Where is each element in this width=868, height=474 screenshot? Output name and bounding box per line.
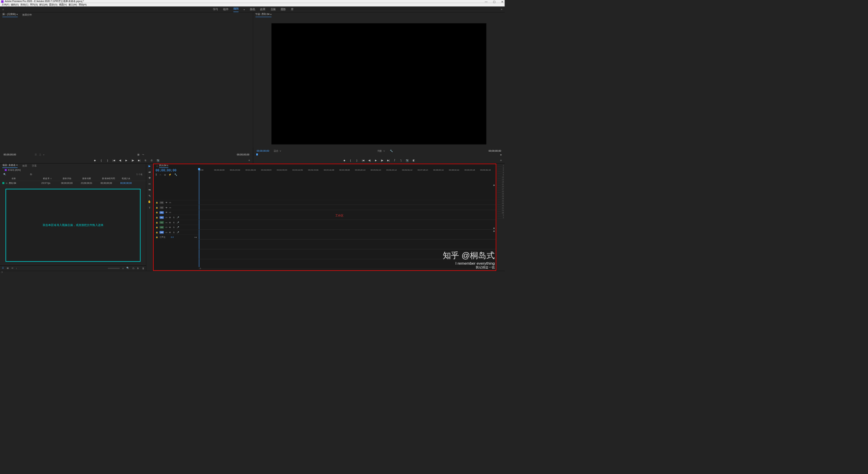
workspace-libraries[interactable]: 库 <box>291 7 294 11</box>
solo-icon[interactable]: S <box>173 221 175 223</box>
mute-icon[interactable]: M <box>169 216 171 219</box>
sort-icon[interactable]: ↕ <box>16 267 17 269</box>
eye-icon[interactable]: 👁 <box>165 211 168 213</box>
settings-icon[interactable]: ⚡ <box>169 173 172 176</box>
in-point-icon[interactable]: { <box>100 159 102 162</box>
source-add-button-icon[interactable]: + <box>248 158 250 162</box>
lift-icon[interactable]: ⤴ <box>393 159 396 162</box>
workspace-learn[interactable]: 学习 <box>213 7 218 11</box>
play-icon[interactable]: ▶ <box>125 159 128 162</box>
output-icon[interactable]: ▭ <box>165 216 167 219</box>
project-column-headers[interactable]: 名称 帧速率 ∧ 媒体开始 媒体结束 媒体持续时间 视频入点 <box>0 176 146 181</box>
menu-help[interactable]: 帮助(H) <box>79 3 87 6</box>
menu-marker[interactable]: 标记(M) <box>39 3 47 6</box>
workspace-menu-icon[interactable]: ≡ <box>244 8 245 10</box>
output-icon[interactable]: ▭ <box>169 206 171 208</box>
track-v2[interactable]: 🔒V2👁▭ <box>154 205 199 210</box>
output-icon[interactable]: ▭ <box>165 231 167 233</box>
track-master[interactable]: 🔒主声道0.0▸◂ <box>154 234 199 240</box>
track-a1[interactable]: 🔒A1▭MS🎤 <box>154 215 199 220</box>
close-button[interactable]: ✕ <box>501 0 504 3</box>
effects-tab[interactable]: 效果 <box>22 164 27 167</box>
effect-controls-tab[interactable]: 效果控件 <box>22 13 32 17</box>
export-frame-icon[interactable]: 📷 <box>406 159 409 162</box>
workspace-color[interactable]: 颜色 <box>250 7 255 11</box>
timeline-timecode[interactable]: 00;00;00;00 <box>156 169 197 172</box>
compare-icon[interactable]: ◧ <box>412 159 415 162</box>
snap-icon[interactable]: ⁑ <box>156 173 157 176</box>
link-icon[interactable]: ∩ <box>159 173 161 176</box>
lock-icon[interactable]: 🔒 <box>156 202 158 204</box>
timeline-ruler[interactable]: 00;0000;00;32;0000;01;04;0200;01;36;0200… <box>198 168 496 176</box>
list-view-icon[interactable]: ☰ <box>2 267 4 270</box>
source-grid-icon[interactable]: ▦ <box>137 153 139 156</box>
hand-tool-icon[interactable]: ✋ <box>148 200 151 203</box>
track-select-tool-icon[interactable]: ⇄ <box>148 171 151 174</box>
menu-clip[interactable]: 剪辑(C) <box>20 3 28 6</box>
bin-icon[interactable]: 🗀 <box>30 173 32 175</box>
program-tab[interactable]: 节目: 序列 04 ≡ <box>255 13 271 17</box>
mic-icon[interactable]: 🎤 <box>177 221 179 223</box>
menu-window[interactable]: 窗口(W) <box>68 3 77 6</box>
output-icon[interactable]: ▭ <box>169 211 171 213</box>
program-scrubber[interactable] <box>255 153 502 157</box>
search-icon[interactable]: 🔍 <box>3 173 6 176</box>
insert-icon[interactable]: ⎘ <box>144 159 147 162</box>
step-fwd-icon[interactable]: |▶ <box>132 159 134 162</box>
out-point-icon[interactable]: } <box>355 159 358 162</box>
auto-sequence-icon[interactable]: ⎚ <box>122 267 124 269</box>
program-scale-select[interactable]: 完整 ∨ <box>377 149 386 152</box>
zoom-slider[interactable] <box>108 268 120 268</box>
source-tc-left[interactable]: 00;00;00;00 <box>3 153 16 156</box>
menu-view[interactable]: 视图(V) <box>59 3 67 6</box>
import-drop-zone[interactable]: 双击本区域导入视频音频，或直接把文件拖入进来 <box>5 189 140 262</box>
track-a3[interactable]: 🔒A3▭MS🎤 <box>154 225 199 230</box>
zoom-out-icon[interactable] <box>200 268 201 269</box>
mute-icon[interactable]: M <box>169 226 171 228</box>
track-v3[interactable]: 🔒V3👁▭ <box>154 200 199 205</box>
solo-icon[interactable]: S <box>173 226 175 228</box>
audio-meters[interactable]: 0S-3-6-9-12-15-18-21-24-27-30-33-36-39-4… <box>496 164 505 271</box>
lock-icon[interactable]: 🔒 <box>156 231 158 233</box>
expand-icon[interactable]: ▸◂ <box>195 236 197 238</box>
source-tab[interactable]: 源：(无剪辑) ≡ <box>2 13 18 17</box>
solo-icon[interactable]: S <box>173 231 175 233</box>
menu-edit[interactable]: 编辑(E) <box>11 3 19 6</box>
workspace-overflow-icon[interactable]: » <box>501 8 502 11</box>
mic-icon[interactable]: 🎤 <box>177 231 179 233</box>
solo-icon[interactable]: S <box>173 216 175 219</box>
wrench-icon[interactable]: 🔧 <box>174 173 177 176</box>
minimize-button[interactable]: — <box>485 0 488 3</box>
label-color-icon[interactable] <box>2 182 4 184</box>
goto-out-icon[interactable]: ▶| <box>387 159 390 162</box>
menu-sequence[interactable]: 序列(S) <box>30 3 38 6</box>
play-icon[interactable]: ▶ <box>374 159 377 162</box>
eye-icon[interactable]: 👁 <box>165 206 168 208</box>
ripple-tool-icon[interactable]: ✥ <box>148 176 151 179</box>
marker-icon[interactable]: ◆ <box>94 159 96 162</box>
source-export-icon[interactable]: ↪ <box>142 153 144 156</box>
export-frame-icon[interactable]: 📷 <box>157 159 159 162</box>
track-v1[interactable]: 🔒V1👁▭ <box>154 210 199 215</box>
delete-icon[interactable]: 🗑 <box>142 267 144 269</box>
pen-tool-icon[interactable]: ✎ <box>148 194 151 197</box>
find-icon[interactable]: 🔍 <box>126 267 129 270</box>
lock-icon[interactable]: 🔒 <box>156 206 158 208</box>
program-fit-select[interactable]: 适合 ∨ <box>274 149 282 152</box>
project-search-input[interactable] <box>8 173 27 176</box>
lock-icon[interactable]: 🔒 <box>156 236 158 238</box>
output-icon[interactable]: ▭ <box>165 221 167 223</box>
menu-file[interactable]: 文件(F) <box>2 3 9 6</box>
out-point-icon[interactable]: } <box>106 159 109 162</box>
extract-icon[interactable]: ⤵ <box>399 159 402 162</box>
menu-graphics[interactable]: 图形(G) <box>49 3 57 6</box>
workspace-audio[interactable]: 音频 <box>271 7 276 11</box>
mute-icon[interactable]: M <box>169 231 171 233</box>
razor-tool-icon[interactable]: ✂ <box>148 183 151 186</box>
project-tab[interactable]: 项目: 未命名 ≡ <box>2 164 18 168</box>
icon-view-icon[interactable]: ▦ <box>7 267 9 270</box>
track-a2[interactable]: 🔒A2▭MS🎤 <box>154 220 199 225</box>
selection-tool-icon[interactable]: ▶ <box>148 165 151 168</box>
in-point-icon[interactable]: { <box>349 159 352 162</box>
mic-icon[interactable]: 🎤 <box>177 226 179 228</box>
